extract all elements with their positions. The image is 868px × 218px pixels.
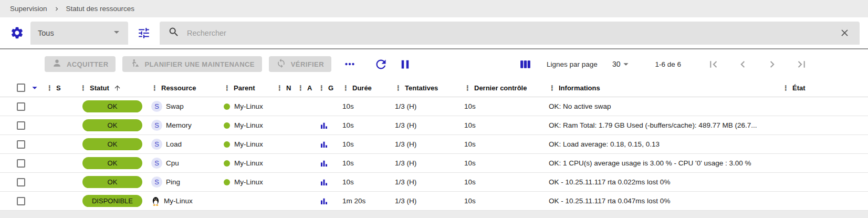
column-header-notes[interactable]: ⋮ N <box>276 79 297 97</box>
column-header-resource[interactable]: ⋮ Ressource <box>151 79 224 97</box>
search-field[interactable] <box>160 22 860 45</box>
set-downtime-button[interactable]: PLANIFIER UNE MAINTENANCE <box>122 56 262 72</box>
clear-search-icon[interactable] <box>835 24 853 42</box>
resource-name[interactable]: Memory <box>166 121 192 129</box>
service-icon: S <box>151 101 162 112</box>
table-row[interactable]: DISPONIBLE My-Linux 1m 20s 1/3 (H) 10s O… <box>0 192 868 211</box>
filter-preset-select[interactable]: Tous <box>30 22 128 45</box>
table-row[interactable]: OK S Cpu My-Linux 10s 1/3 (H) 10s OK: 1 … <box>0 154 868 173</box>
parent-name[interactable]: My-Linux <box>234 178 263 186</box>
parent-name[interactable]: My-Linux <box>234 102 263 110</box>
drag-handle-icon[interactable]: ⋮ <box>46 85 53 91</box>
refresh-icon[interactable] <box>372 56 390 72</box>
drag-handle-icon[interactable]: ⋮ <box>464 85 471 91</box>
more-actions-icon[interactable] <box>341 56 359 72</box>
table-row[interactable]: OK S Ping My-Linux 10s 1/3 (H) 10s OK - … <box>0 173 868 192</box>
parent-status-dot <box>224 122 230 129</box>
tries-cell: 1/3 (H) <box>392 135 461 153</box>
check-button[interactable]: VÉRIFIER <box>269 56 331 72</box>
acknowledge-button[interactable]: ACQUITTER <box>45 56 116 72</box>
status-badge: OK <box>82 100 142 112</box>
drag-handle-icon[interactable]: ⋮ <box>151 85 158 91</box>
settings-gear-icon[interactable] <box>6 23 27 44</box>
last-page-icon[interactable] <box>792 56 810 72</box>
breadcrumb-resource-status[interactable]: Statut des ressources <box>66 5 135 13</box>
resource-name[interactable]: Swap <box>166 102 184 110</box>
column-header-information[interactable]: ⋮ Informations <box>547 79 777 97</box>
table-row[interactable]: OK S Load My-Linux 10s 1/3 (H) 10s OK: L… <box>0 135 868 154</box>
tries-cell: 1/3 (H) <box>392 154 461 172</box>
row-checkbox[interactable] <box>17 178 25 186</box>
parent-status-dot <box>224 103 230 110</box>
previous-page-icon[interactable] <box>734 56 751 72</box>
service-icon: S <box>151 158 162 169</box>
parent-name[interactable]: My-Linux <box>234 159 263 167</box>
resource-name[interactable]: Load <box>166 140 182 148</box>
drag-handle-icon[interactable]: ⋮ <box>318 85 325 91</box>
last-check-cell: 10s <box>461 154 547 172</box>
duration-cell: 10s <box>339 116 392 134</box>
drag-handle-icon[interactable]: ⋮ <box>297 85 304 91</box>
search-input[interactable] <box>187 29 835 37</box>
column-header-severity[interactable]: ⋮ S <box>46 79 80 97</box>
drag-handle-icon[interactable]: ⋮ <box>782 85 789 91</box>
advanced-filters-tune-icon[interactable] <box>132 22 155 45</box>
parent-name[interactable]: My-Linux <box>234 121 263 129</box>
filter-bar: Tous <box>0 17 868 48</box>
first-page-icon[interactable] <box>704 56 722 72</box>
check-label: VÉRIFIER <box>291 60 324 68</box>
row-checkbox[interactable] <box>17 102 25 111</box>
performance-graph-icon[interactable] <box>318 139 330 150</box>
sort-asc-arrow-icon <box>113 84 121 92</box>
performance-graph-icon[interactable] <box>318 177 330 188</box>
pagination-range-label: 1-6 de 6 <box>655 60 681 68</box>
table-row[interactable]: OK S Swap My-Linux 10s 1/3 (H) 10s OK: N… <box>0 97 868 116</box>
column-header-state[interactable]: ⋮ État <box>777 79 868 97</box>
rows-per-page-value: 30 <box>612 60 621 68</box>
resource-name[interactable]: My-Linux <box>164 197 193 205</box>
tries-cell: 1/3 (H) <box>392 192 461 210</box>
parent-status-dot <box>224 141 230 148</box>
row-checkbox[interactable] <box>17 197 25 205</box>
drag-handle-icon[interactable]: ⋮ <box>224 85 231 91</box>
breadcrumb-supervision[interactable]: Supervision <box>10 5 47 13</box>
performance-graph-icon[interactable] <box>318 158 330 169</box>
pause-autorefresh-icon[interactable] <box>396 56 414 72</box>
drag-handle-icon[interactable]: ⋮ <box>549 85 556 91</box>
row-checkbox[interactable] <box>17 159 25 168</box>
column-header-duration[interactable]: ⋮ Durée <box>339 79 392 97</box>
performance-graph-icon[interactable] <box>318 120 330 131</box>
parent-name[interactable]: My-Linux <box>234 140 263 148</box>
column-header-parent[interactable]: ⋮ Parent <box>224 79 276 97</box>
duration-cell: 10s <box>339 173 392 191</box>
rows-per-page-label: Lignes par page <box>547 60 598 68</box>
resource-name[interactable]: Cpu <box>166 159 179 167</box>
resource-name[interactable]: Ping <box>166 178 180 186</box>
drag-handle-icon[interactable]: ⋮ <box>342 85 349 91</box>
parent-status-dot <box>224 160 230 167</box>
row-checkbox[interactable] <box>17 140 25 149</box>
row-checkbox[interactable] <box>17 121 25 130</box>
edit-columns-icon[interactable] <box>517 56 533 72</box>
performance-graph-icon[interactable] <box>318 195 330 207</box>
acknowledge-label: ACQUITTER <box>67 60 108 68</box>
rows-per-page-select[interactable]: 30 <box>612 58 632 70</box>
select-all-checkbox[interactable] <box>17 84 25 92</box>
last-check-cell: 10s <box>461 192 547 210</box>
downtime-label: PLANIFIER UNE MAINTENANCE <box>144 60 254 68</box>
person-icon <box>52 58 62 70</box>
linux-tux-icon <box>151 196 160 206</box>
column-header-last-check[interactable]: ⋮ Dernier contrôle <box>461 79 547 97</box>
drag-handle-icon[interactable]: ⋮ <box>395 85 402 91</box>
column-header-status[interactable]: ⋮ Statut <box>80 79 151 97</box>
table-row[interactable]: OK S Memory My-Linux 10s 1/3 (H) 10s OK:… <box>0 116 868 135</box>
status-badge: OK <box>82 138 142 150</box>
column-header-tries[interactable]: ⋮ Tentatives <box>392 79 461 97</box>
column-header-action[interactable]: ⋮ A <box>297 79 318 97</box>
drag-handle-icon[interactable]: ⋮ <box>276 85 283 91</box>
select-all-caret-icon[interactable] <box>29 82 40 94</box>
column-header-graph[interactable]: ⋮ G <box>318 79 339 97</box>
next-page-icon[interactable] <box>763 56 781 72</box>
status-badge: OK <box>82 119 142 131</box>
drag-handle-icon[interactable]: ⋮ <box>80 85 87 91</box>
